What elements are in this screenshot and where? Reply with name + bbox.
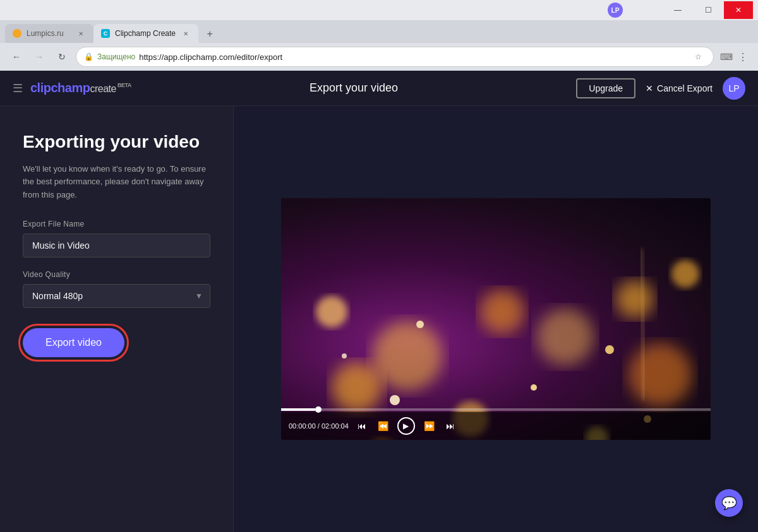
tab-title-clipchamp: Clipchamp Create: [115, 29, 176, 38]
tab-title-lumpics: Lumpics.ru: [27, 29, 71, 38]
more-options-icon[interactable]: ⋮: [735, 49, 750, 64]
browser-titlebar: LP — ☐ ✕: [0, 0, 758, 20]
upgrade-button[interactable]: Upgrade: [576, 78, 635, 98]
right-panel: 00:00:00 / 02:00:04 ⏮ ⏪ ▶ ⏩ ⏭: [234, 106, 758, 532]
svg-point-0: [332, 362, 382, 413]
app-logo: clipchampcreateBETA: [30, 81, 131, 95]
app-body: Exporting your video We'll let you know …: [0, 106, 758, 532]
play-button[interactable]: ▶: [397, 417, 415, 435]
nav-back-button[interactable]: ←: [8, 48, 25, 66]
user-initials-display: LP: [608, 3, 623, 18]
skip-forward-button[interactable]: ⏭: [443, 420, 457, 432]
file-name-input[interactable]: [23, 233, 210, 257]
new-tab-button[interactable]: +: [201, 25, 219, 43]
svg-point-3: [537, 309, 594, 365]
tab-close-clipchamp[interactable]: ✕: [181, 28, 191, 38]
video-quality-label: Video Quality: [23, 270, 210, 279]
svg-point-6: [316, 296, 347, 328]
rewind-button[interactable]: ⏪: [375, 420, 391, 432]
time-display: 00:00:00 / 02:00:04: [289, 422, 349, 430]
chat-widget[interactable]: 💬: [715, 489, 743, 517]
tab-clipchamp[interactable]: C Clipchamp Create ✕: [93, 24, 198, 43]
svg-point-12: [416, 321, 424, 328]
fast-forward-button[interactable]: ⏩: [421, 420, 437, 432]
video-background: [281, 198, 711, 440]
address-bar[interactable]: 🔒 Защищено https://app.clipchamp.com/edi…: [76, 47, 714, 67]
svg-point-2: [480, 290, 524, 334]
quality-select-wrapper: Normal 480p Standard 720p Full HD 1080p …: [23, 284, 210, 308]
minimize-button[interactable]: —: [663, 1, 692, 19]
svg-point-10: [671, 260, 699, 288]
header-center: Export your video: [131, 81, 577, 95]
svg-point-14: [605, 345, 614, 354]
tab-close-lumpics[interactable]: ✕: [76, 28, 86, 38]
hamburger-menu-icon[interactable]: ☰: [13, 81, 23, 95]
nav-refresh-button[interactable]: ↻: [53, 48, 71, 66]
header-right: Upgrade ✕ Cancel Export LP: [576, 77, 745, 100]
file-name-label: Export File Name: [23, 220, 210, 228]
logo-create-text: create: [90, 83, 116, 94]
bokeh-overlay: [281, 198, 711, 440]
progress-bar-fill: [281, 408, 315, 411]
user-avatar[interactable]: LP: [723, 77, 745, 100]
browser-tabbar: Lumpics.ru ✕ C Clipchamp Create ✕ +: [0, 20, 758, 43]
browser-addressbar: ← → ↻ 🔒 Защищено https://app.clipchamp.c…: [0, 43, 758, 71]
logo-clip-text: clipchamp: [30, 81, 90, 95]
video-controls-bar: 00:00:00 / 02:00:04 ⏮ ⏪ ▶ ⏩ ⏭: [281, 412, 711, 440]
nav-forward-button[interactable]: →: [30, 48, 48, 66]
svg-point-11: [390, 395, 400, 405]
export-heading: Exporting your video: [23, 131, 210, 153]
progress-bar-wrapper[interactable]: [281, 408, 711, 411]
lock-icon: 🔒: [84, 52, 93, 61]
svg-point-13: [531, 384, 537, 391]
cancel-export-label: Cancel Export: [657, 83, 713, 93]
quality-select[interactable]: Normal 480p Standard 720p Full HD 1080p: [23, 284, 210, 308]
app-header: ☰ clipchampcreateBETA Export your video …: [0, 71, 758, 106]
close-button[interactable]: ✕: [724, 1, 753, 19]
logo-beta-text: BETA: [117, 82, 131, 88]
page-title: Export your video: [310, 81, 398, 95]
progress-dot: [315, 406, 322, 413]
export-description: We'll let you know when it's ready to go…: [23, 163, 210, 202]
protected-text: Защищено: [97, 52, 135, 61]
bookmark-icon[interactable]: ☆: [690, 49, 706, 64]
export-video-button[interactable]: Export video: [23, 328, 124, 357]
url-text: https://app.clipchamp.com/editor/export: [139, 52, 687, 62]
maximize-button[interactable]: ☐: [694, 1, 723, 19]
tab-lumpics[interactable]: Lumpics.ru ✕: [5, 24, 93, 43]
cancel-export-button[interactable]: ✕ Cancel Export: [646, 83, 713, 93]
skip-back-button[interactable]: ⏮: [355, 420, 369, 432]
svg-point-5: [629, 343, 692, 406]
tab-favicon-clipchamp: C: [101, 29, 110, 38]
logo-clipchamp: clipchampcreateBETA: [30, 81, 131, 95]
left-panel: Exporting your video We'll let you know …: [0, 106, 234, 532]
app-wrapper: ☰ clipchampcreateBETA Export your video …: [0, 71, 758, 532]
tab-favicon-lumpics: [13, 29, 21, 38]
svg-point-1: [373, 321, 442, 391]
translate-icon[interactable]: ⌨: [719, 49, 734, 64]
cancel-icon: ✕: [646, 83, 653, 93]
svg-point-4: [616, 280, 654, 318]
svg-point-15: [342, 353, 347, 358]
video-container: 00:00:00 / 02:00:04 ⏮ ⏪ ▶ ⏩ ⏭: [281, 198, 711, 440]
